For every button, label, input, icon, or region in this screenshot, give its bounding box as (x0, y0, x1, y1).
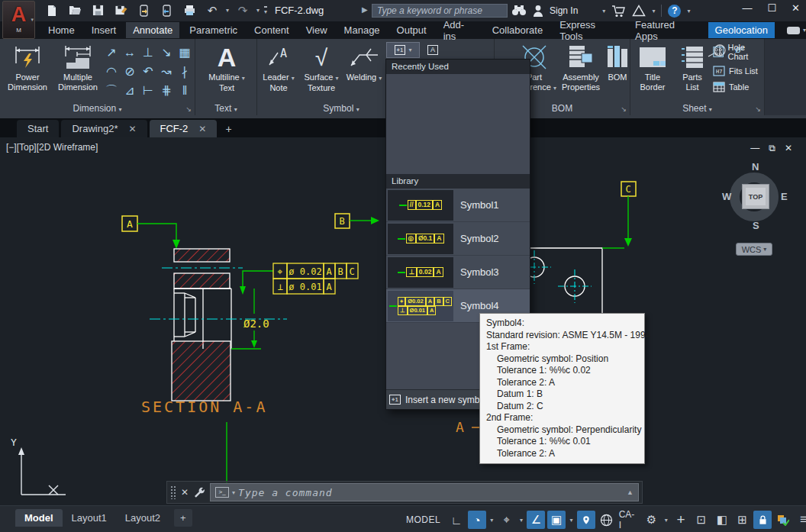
save-button[interactable] (89, 2, 107, 19)
command-input-field[interactable]: >_ ▲ (210, 483, 639, 501)
parts-list-button[interactable]: Parts List (675, 42, 710, 92)
hole-chart-button[interactable]: Hole Chart (713, 43, 764, 61)
redo-dropdown[interactable] (256, 7, 260, 14)
viewcube-east[interactable]: E (781, 191, 788, 202)
new-file-button[interactable] (43, 2, 61, 19)
tab-collaborate[interactable]: Collaborate (485, 22, 550, 38)
save-as-button[interactable] (111, 2, 130, 19)
tab-output[interactable]: Output (390, 22, 434, 38)
viewcube-west[interactable]: W (722, 191, 731, 202)
workspace-dropdown[interactable] (663, 517, 669, 524)
multiline-text-button[interactable]: A Multiline Text (202, 42, 252, 93)
tab-insert[interactable]: Insert (85, 22, 124, 38)
close-button[interactable]: ✕ (791, 2, 800, 14)
graphics-performance-button[interactable] (774, 511, 792, 529)
symmetric-dimension-icon[interactable]: ∤ (176, 62, 194, 81)
new-drawing-tab-button[interactable]: + (219, 123, 237, 137)
sheet-panel-label[interactable]: Sheet (630, 103, 764, 114)
layout-tab-layout2[interactable]: Layout2 (116, 509, 169, 527)
tab-home[interactable]: Home (41, 22, 82, 38)
viewport-minimize-icon[interactable]: — (750, 143, 759, 153)
layout-tab-layout1[interactable]: Layout1 (63, 509, 116, 527)
help-dropdown[interactable] (687, 8, 690, 15)
snap-mode-toggle[interactable]: ◔ (468, 511, 486, 529)
object-snap-tracking-toggle[interactable]: ⌖ (498, 511, 516, 529)
annotation-scale-button[interactable]: ⊞ (733, 511, 752, 529)
chain-dimension-icon[interactable]: ⋕ (157, 81, 176, 100)
bom-dialog-launcher-icon[interactable] (621, 105, 627, 113)
undo-button[interactable]: ↶ (203, 2, 221, 19)
customize-wrench-icon[interactable] (193, 486, 205, 498)
viewcube[interactable]: N W E S TOP (722, 162, 789, 232)
dynamic-input-dropdown[interactable] (568, 517, 575, 524)
ribbon-display-toggle[interactable] (787, 27, 806, 34)
arc-length-dimension-icon[interactable]: ⌒ (102, 81, 121, 100)
bom-button[interactable]: BOM (606, 42, 629, 82)
section-top-band[interactable] (174, 249, 230, 262)
otrack-dropdown[interactable] (518, 517, 525, 524)
welding-button[interactable]: Welding (344, 42, 384, 83)
tab-view[interactable]: View (299, 22, 334, 38)
dimension-dialog-launcher-icon[interactable] (185, 105, 192, 113)
section-mid-band[interactable] (174, 273, 230, 289)
sign-in-button[interactable]: Sign In (550, 5, 578, 16)
surface-texture-dropdown[interactable] (335, 75, 338, 82)
new-layout-button[interactable]: + (174, 509, 192, 527)
geographic-location-button[interactable] (598, 511, 616, 529)
lock-ui-toggle[interactable] (753, 511, 772, 529)
coordinate-system-code[interactable]: CA-I (619, 509, 637, 530)
angular-dimension-icon[interactable]: ⊿ (121, 81, 139, 100)
tab-content[interactable]: Content (247, 22, 296, 38)
arc-dimension-icon[interactable]: ◠ (102, 62, 121, 81)
ucs-icon[interactable]: Y (11, 437, 66, 495)
geolocation-pin-toggle[interactable] (577, 511, 595, 529)
undo-dropdown[interactable] (226, 7, 229, 14)
multiple-dimension-button[interactable]: Multiple Dimension (53, 42, 102, 92)
search-input[interactable] (372, 4, 508, 18)
search-expand-icon[interactable]: ▶ (362, 5, 368, 14)
command-history-caret[interactable] (232, 489, 235, 496)
command-bar-close-icon[interactable]: ✕ (181, 487, 189, 498)
section-bottom-block[interactable] (172, 341, 231, 401)
tab-geolocation[interactable]: Geolocation (708, 22, 775, 38)
application-menu-button[interactable]: A M ▾ (2, 1, 35, 39)
leader-note-button[interactable]: A Leader Note (260, 42, 298, 93)
welding-dropdown[interactable] (379, 75, 382, 82)
dynamic-input-toggle[interactable]: ▣ (547, 511, 566, 529)
text-panel-label[interactable]: Text (195, 103, 256, 114)
plot-button[interactable] (180, 2, 198, 19)
horizontal-dimension-icon[interactable]: ↔ (121, 43, 139, 62)
library-item-symbol3[interactable]: ⊥0.02A Symbol3 (386, 256, 530, 289)
isolate-objects-button[interactable]: ◧ (713, 511, 731, 529)
file-tab-drawing2[interactable]: Drawing2*✕ (61, 120, 147, 137)
tab-annotate[interactable]: Annotate (126, 22, 179, 38)
snap-mode-dropdown[interactable] (488, 517, 495, 524)
a360-dropdown[interactable] (652, 8, 655, 15)
multiline-text-dropdown[interactable] (242, 75, 245, 82)
spacing-dimension-icon[interactable]: ‖ (176, 81, 194, 100)
command-bar[interactable]: ✕ >_ ▲ (166, 481, 643, 504)
diameter-dimension-icon[interactable]: ⊘ (121, 62, 139, 81)
save-to-web-mobile-button[interactable] (157, 2, 176, 19)
open-from-web-mobile-button[interactable] (134, 2, 153, 19)
symbol-panel-label[interactable]: Symbol (280, 103, 402, 114)
viewcube-north[interactable]: N (752, 161, 759, 172)
app-store-cart-icon[interactable] (611, 5, 626, 18)
qat-customize-dropdown[interactable] (264, 6, 267, 15)
annotation-monitor-toggle[interactable]: + (672, 511, 690, 529)
grid-display-toggle[interactable]: ∟ (447, 511, 466, 529)
file-tab-start[interactable]: Start (17, 120, 59, 137)
rotated-dimension-icon[interactable]: ↘ (157, 43, 176, 62)
redo-button[interactable]: ↷ (234, 2, 252, 19)
autodesk-a360-icon[interactable] (632, 5, 646, 17)
maximize-button[interactable]: ☐ (767, 2, 776, 14)
model-space-toggle[interactable]: MODEL (401, 511, 445, 528)
radius-dimension-icon[interactable]: ↶ (139, 62, 157, 81)
close-tab-icon[interactable]: ✕ (198, 124, 206, 134)
jogged-dimension-icon[interactable]: ↝ (157, 62, 176, 81)
help-button[interactable]: ? (668, 5, 681, 18)
power-dimension-button[interactable]: Power Dimension (3, 42, 52, 92)
minimize-button[interactable]: — (742, 2, 752, 14)
layout-tab-model[interactable]: Model (15, 509, 63, 527)
command-input[interactable] (238, 487, 624, 498)
